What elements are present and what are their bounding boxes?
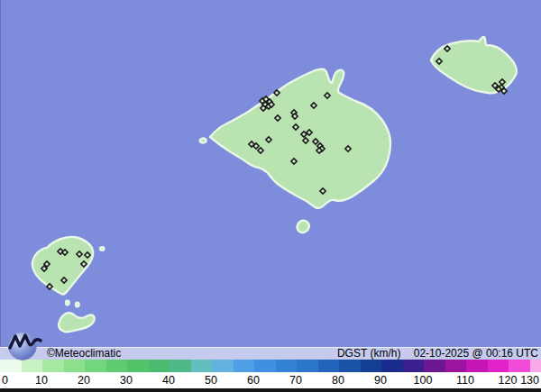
tick-label: 100 xyxy=(414,374,433,387)
colorbar-block xyxy=(127,360,149,372)
tick-label: 120 xyxy=(499,374,518,387)
island-islet-espalmador-2 xyxy=(76,303,79,306)
colorbar-block xyxy=(276,360,298,372)
weather-map-page: ©Meteoclimatic DGST (km/h) 02-10-2025 @ … xyxy=(0,0,541,392)
island-islet-espalmador-1 xyxy=(66,301,69,305)
tick-label: 80 xyxy=(332,374,344,387)
colorbar-ticks: 0102030405060708090100110120130 xyxy=(0,372,541,388)
logo-graphic xyxy=(6,327,42,363)
variable-label: DGST (km/h) xyxy=(337,347,400,360)
tick-label: 60 xyxy=(247,374,260,387)
colorbar-block xyxy=(191,360,213,372)
colorbar-block xyxy=(509,360,530,372)
tick-label: 20 xyxy=(78,374,90,387)
tick-label: 0 xyxy=(2,374,8,387)
island-formentera xyxy=(59,313,95,332)
colorbar-block xyxy=(381,360,403,372)
tick-label: 70 xyxy=(289,374,302,387)
colorbar-block xyxy=(170,360,191,372)
island-dragonera xyxy=(200,139,206,143)
status-bar: ©Meteoclimatic DGST (km/h) 02-10-2025 @ … xyxy=(0,347,541,360)
colorbar-block xyxy=(234,360,255,372)
tick-label: 130 xyxy=(520,374,539,387)
colorbar-block xyxy=(424,360,445,372)
timestamp-label: 02-10-2025 @ 00:16 UTC xyxy=(414,347,538,360)
colorbar-block xyxy=(212,360,234,372)
colorbar-block xyxy=(361,360,382,372)
islands-layer xyxy=(32,37,517,332)
colorbar-block xyxy=(297,360,318,372)
colorbar-block xyxy=(339,360,361,372)
map-area xyxy=(0,0,541,392)
colorbar-block xyxy=(85,360,106,372)
tick-label: 110 xyxy=(456,374,474,387)
copyright-label: ©Meteoclimatic xyxy=(47,348,121,360)
bottom-border xyxy=(0,388,541,392)
island-menorca xyxy=(431,37,517,93)
map-variable-and-time: DGST (km/h) 02-10-2025 @ 00:16 UTC xyxy=(337,348,538,360)
colorbar-block xyxy=(318,360,340,372)
tick-label: 30 xyxy=(120,374,133,387)
colorbar-gradient xyxy=(0,360,541,372)
logo-globe xyxy=(9,333,37,360)
colorbar-block xyxy=(106,360,128,372)
island-mallorca xyxy=(210,69,390,208)
colorbar-block xyxy=(403,360,425,372)
colorbar-block xyxy=(64,360,86,372)
balearic-map xyxy=(0,0,541,392)
colorbar-block xyxy=(488,360,509,372)
colorbar-block xyxy=(149,360,170,372)
colorbar-block xyxy=(254,360,276,372)
island-islet-tagomago xyxy=(100,247,104,251)
colorbar-block xyxy=(530,360,541,372)
colorbar-block xyxy=(42,360,64,372)
tick-label: 50 xyxy=(205,374,217,387)
meteoclimatic-logo[interactable] xyxy=(6,327,42,363)
island-cabrera xyxy=(298,221,309,232)
colorbar-block xyxy=(466,360,488,372)
colorbar-block xyxy=(445,360,467,372)
tick-label: 10 xyxy=(35,374,48,387)
tick-label: 40 xyxy=(162,374,175,387)
tick-label: 90 xyxy=(374,374,387,387)
